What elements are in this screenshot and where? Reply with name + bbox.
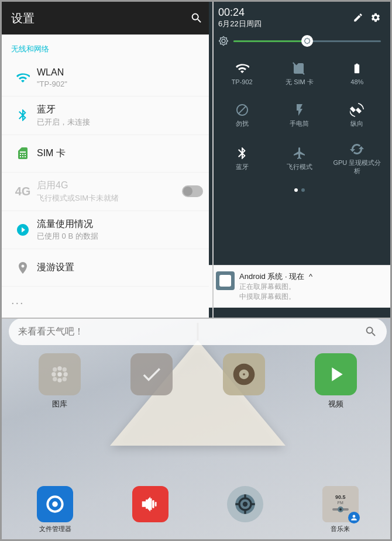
data-title: 流量使用情况 (37, 218, 203, 230)
widget-icon-wrap: 90.5 FM (322, 486, 359, 522)
svg-rect-18 (155, 502, 157, 506)
gallery-label: 图库 (52, 399, 67, 409)
4g-toggle[interactable] (182, 185, 203, 197)
music-icon-wrap (223, 353, 265, 395)
qs-bluetooth-label: 蓝牙 (236, 163, 249, 171)
home-panel: 来看看天气吧！ (2, 311, 392, 539)
qs-battery-label: 48% (350, 78, 363, 86)
qs-gpu-icon (350, 142, 364, 156)
video-icon-wrap (315, 353, 357, 395)
settings-more[interactable]: ... (2, 287, 212, 314)
qs-flashlight-label: 手电筒 (290, 119, 309, 128)
home-search-bar[interactable]: 来看看天气吧！ (9, 318, 387, 345)
qs-tile-wifi[interactable]: TP-902 (214, 53, 270, 94)
brightness-slider[interactable] (233, 40, 381, 42)
phone-frame: 设置 无线和网络 WLAN "TP-902" (0, 0, 392, 541)
brightness-knob[interactable] (301, 35, 313, 47)
settings-header: 设置 (2, 2, 212, 35)
settings-panel: 设置 无线和网络 WLAN "TP-902" (2, 2, 212, 318)
4g-subtitle: 飞行模式或SIM卡未就绪 (37, 193, 182, 204)
roaming-icon (11, 261, 35, 275)
qs-header-icons (353, 12, 381, 23)
wireless-section-header: 无线和网络 (2, 35, 212, 59)
settings-item-data[interactable]: 流量使用情况 已使用 0 B 的数据 (2, 211, 212, 250)
qs-tiles-grid: TP-902 无 SIM 卡 48% (209, 51, 390, 184)
4g-label-icon: 4G (11, 185, 35, 198)
bluetooth-title: 蓝牙 (37, 104, 203, 116)
svg-rect-15 (148, 501, 150, 508)
qs-flashlight-icon (293, 103, 307, 117)
qs-dot-1 (294, 188, 298, 192)
notif-app-icon (216, 271, 235, 290)
svg-point-6 (62, 367, 66, 371)
qs-airplane-label: 飞行模式 (287, 163, 312, 171)
settings-app-icon-wrap (227, 486, 263, 522)
settings-item-sim[interactable]: SIM 卡 (2, 135, 212, 173)
svg-point-2 (57, 378, 61, 382)
home-app-gallery[interactable]: 图库 (30, 353, 89, 409)
qs-tile-dnd[interactable]: 勿扰 (214, 95, 270, 136)
svg-point-28 (339, 508, 342, 511)
data-usage-icon (11, 223, 35, 237)
svg-point-1 (57, 366, 61, 370)
svg-point-3 (51, 372, 56, 376)
4g-title: 启用4G (37, 180, 182, 192)
settings-title: 设置 (11, 11, 35, 26)
notif-line1: 正在取屏幕截图。 (239, 282, 383, 292)
qs-tile-battery[interactable]: 48% (329, 53, 386, 94)
notif-title: Android 系统 · 现在 ^ (239, 271, 383, 282)
qs-time: 00:24 (218, 6, 262, 19)
gallery-icon-wrap (39, 353, 81, 395)
qs-date: 6月22日周四 (218, 19, 262, 29)
qs-tile-airplane[interactable]: 飞行模式 (271, 136, 328, 181)
qs-tile-nosim[interactable]: 无 SIM 卡 (271, 53, 328, 94)
settings-item-bluetooth[interactable]: 蓝牙 已开启，未连接 (2, 97, 212, 135)
qs-nosim-label: 无 SIM 卡 (286, 78, 314, 86)
qs-gpu-label: GPU 呈现模式分析 (331, 158, 383, 175)
wlan-title: WLAN (37, 67, 203, 79)
home-app-video[interactable]: 视频 (307, 353, 365, 409)
settings-icon[interactable] (370, 12, 381, 23)
home-dock: 文件管理器 (2, 486, 392, 533)
audio-icon-wrap (132, 486, 169, 522)
roaming-text: 漫游设置 (35, 261, 203, 274)
android-icon (219, 275, 231, 287)
qs-tile-bluetooth[interactable]: 蓝牙 (214, 136, 270, 181)
qs-page-dots (209, 184, 390, 197)
qs-nosim-icon (293, 61, 307, 75)
qs-battery-icon (351, 61, 363, 75)
dock-app-files[interactable]: 文件管理器 (32, 486, 78, 533)
widget-label: 音乐来 (331, 525, 350, 533)
home-app-music[interactable] (215, 353, 273, 409)
qs-rotation-icon (350, 103, 364, 117)
brightness-row (209, 31, 390, 51)
notif-text-block: Android 系统 · 现在 ^ 正在取屏幕截图。 中摸取屏幕截图。 (239, 271, 383, 302)
qs-tile-flashlight[interactable]: 手电筒 (271, 95, 328, 136)
edit-icon[interactable] (353, 12, 363, 23)
bluetooth-subtitle: 已开启，未连接 (37, 117, 203, 128)
settings-item-roaming[interactable]: 漫游设置 (2, 249, 212, 287)
brightness-icon (218, 36, 229, 46)
wifi-icon (11, 71, 35, 85)
roaming-title: 漫游设置 (37, 261, 203, 274)
files-icon-wrap (37, 486, 73, 522)
svg-point-7 (53, 377, 57, 381)
video-label: 视频 (328, 399, 343, 409)
notif-expand-icon[interactable]: ^ (309, 272, 312, 281)
qs-tile-rotation[interactable]: 纵向 (329, 95, 386, 136)
qs-tile-gpu[interactable]: GPU 呈现模式分析 (329, 136, 386, 181)
settings-search-icon[interactable] (190, 12, 203, 25)
qs-rotation-label: 纵向 (350, 119, 363, 128)
home-search-text: 来看看天气吧！ (18, 326, 84, 338)
dock-app-widget[interactable]: 90.5 FM 音乐来 (317, 486, 364, 533)
notification-bar[interactable]: Android 系统 · 现在 ^ 正在取屏幕截图。 中摸取屏幕截图。 (209, 265, 390, 308)
home-search-icon[interactable] (365, 325, 377, 338)
svg-point-21 (243, 502, 247, 506)
home-app-check[interactable] (122, 353, 181, 409)
sim-icon (11, 146, 35, 160)
wlan-text: WLAN "TP-902" (35, 67, 203, 89)
dock-app-audio[interactable] (127, 486, 174, 533)
settings-item-wlan[interactable]: WLAN "TP-902" (2, 59, 212, 97)
dock-app-settings[interactable] (222, 486, 269, 533)
svg-rect-17 (153, 500, 154, 508)
